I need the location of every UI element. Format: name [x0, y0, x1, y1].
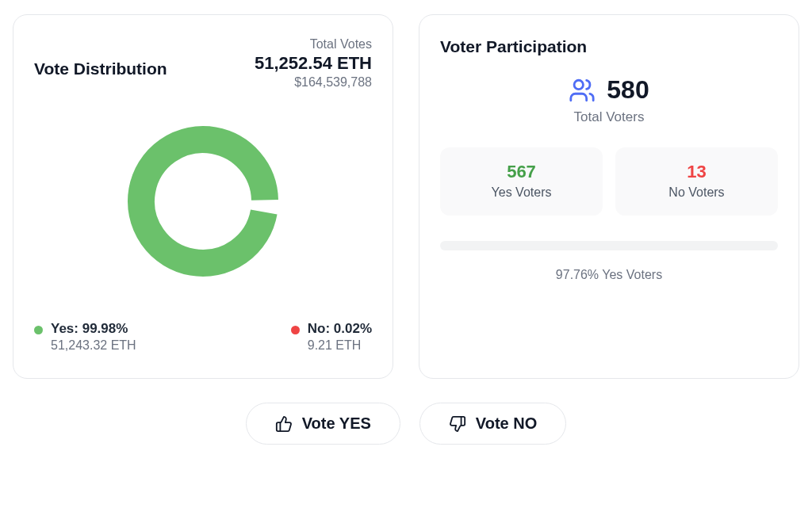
- svg-point-1: [574, 80, 583, 89]
- vote-donut-chart: [120, 118, 286, 285]
- legend-yes: Yes: 99.98% 51,243.32 ETH: [34, 321, 136, 353]
- legend-no: No: 0.02% 9.21 ETH: [291, 321, 372, 353]
- no-voters-number: 13: [623, 162, 770, 182]
- participation-bar: [440, 241, 778, 250]
- legend-no-amount: 9.21 ETH: [308, 338, 372, 353]
- total-votes-label: Total Votes: [255, 37, 372, 52]
- total-voters-label: Total Voters: [440, 109, 778, 125]
- legend-yes-label: Yes: 99.98%: [51, 321, 136, 337]
- yes-voters-label: Yes Voters: [448, 185, 595, 200]
- legend-dot-green-icon: [34, 326, 43, 334]
- yes-voters-stat: 567 Yes Voters: [440, 147, 603, 216]
- no-voters-stat: 13 No Voters: [615, 147, 778, 216]
- total-voters-number: 580: [607, 75, 649, 105]
- participation-bar-fill: [440, 241, 778, 250]
- no-voters-label: No Voters: [623, 185, 770, 200]
- legend-no-label: No: 0.02%: [308, 321, 372, 337]
- total-votes-block: Total Votes 51,252.54 ETH $164,539,788: [255, 37, 372, 90]
- voter-participation-card: Voter Participation 580 Total Voters 567…: [419, 14, 799, 379]
- thumbs-down-icon: [449, 415, 466, 433]
- svg-point-0: [132, 130, 275, 273]
- legend-dot-red-icon: [291, 326, 300, 334]
- vote-yes-label: Vote YES: [302, 414, 371, 433]
- total-votes-eth: 51,252.54 ETH: [255, 53, 372, 74]
- vote-yes-button[interactable]: Vote YES: [246, 403, 400, 445]
- legend-yes-amount: 51,243.32 ETH: [51, 338, 136, 353]
- voter-participation-title: Voter Participation: [440, 37, 778, 56]
- vote-distribution-title: Vote Distribution: [34, 37, 167, 78]
- yes-voters-number: 567: [448, 162, 595, 182]
- vote-distribution-card: Vote Distribution Total Votes 51,252.54 …: [13, 14, 393, 379]
- vote-no-label: Vote NO: [476, 414, 537, 433]
- vote-no-button[interactable]: Vote NO: [419, 403, 566, 445]
- thumbs-up-icon: [275, 415, 293, 433]
- participation-bar-label: 97.76% Yes Voters: [440, 268, 778, 282]
- users-icon: [569, 77, 596, 104]
- total-votes-usd: $164,539,788: [255, 75, 372, 90]
